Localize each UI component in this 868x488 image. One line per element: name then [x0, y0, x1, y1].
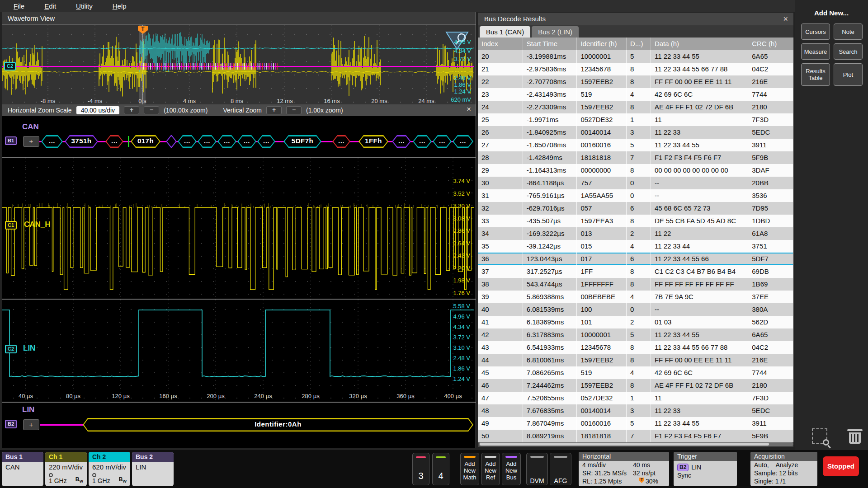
table-row-26[interactable]: 26-1.840925ms00140014311 22 335EDC — [478, 126, 793, 139]
bus1-frame-dotdotdot[interactable]: ... — [237, 135, 256, 148]
column-header[interactable]: Index — [478, 38, 523, 50]
bus1-frame-empty[interactable] — [166, 135, 177, 148]
table-row-49[interactable]: 497.867049ms00160016511 22 33 44 553911 — [478, 417, 793, 430]
table-row-38[interactable]: 38543.4744µs1FFFFFFF8FF FF FF FF FF FF F… — [478, 278, 793, 291]
table-row-33[interactable]: 33-435.507µs1597EEA38DE 55 CB FA 5D 45 A… — [478, 215, 793, 227]
bus1-frame-dotdotdot[interactable]: ... — [198, 135, 217, 148]
table-row-44[interactable]: 446.810061ms1597EEB28FF FF 00 00 EE EE 1… — [478, 354, 793, 366]
channel-card-bus-1[interactable]: Bus 1CAN — [2, 452, 43, 486]
results-table-button[interactable]: Results Table — [801, 63, 830, 86]
table-row-30[interactable]: 30-864.1188µs7570--20BB — [478, 177, 793, 189]
bus1-frame-dotdotdot[interactable]: ... — [257, 135, 275, 148]
channel-card-ch-2[interactable]: Ch 2620 mV/div1 GHzBW — [89, 452, 130, 486]
menu-item-file[interactable]: File — [14, 2, 24, 10]
menu-item-help[interactable]: Help — [113, 2, 127, 10]
table-row-21[interactable]: 21-2.975836ms12345678811 22 33 44 55 66 … — [478, 63, 793, 75]
results-close-icon[interactable]: × — [783, 13, 788, 25]
plot-button[interactable]: Plot — [834, 63, 863, 86]
waveform-overview[interactable]: T C2 4.96 V4.34 V3.72 V2.48 V1.86 V1.24 … — [2, 25, 476, 104]
table-row-27[interactable]: 27-1.650708ms00160016511 22 33 44 553911 — [478, 139, 793, 151]
scrollbar-thumb[interactable] — [480, 443, 769, 446]
table-row-20[interactable]: 20-3.199881ms10000001511 22 33 44 556A65 — [478, 50, 793, 63]
bus1-expand-button[interactable]: + — [23, 136, 39, 147]
can-zoom-plot[interactable]: 3.74 V3.52 V3.30 V3.08 V2.86 V2.64 V2.42… — [2, 158, 476, 299]
table-row-50[interactable]: 508.089219ms181818187F1 F2 F3 F4 F5 F6 F… — [478, 430, 793, 442]
table-row-46[interactable]: 467.244462ms1597EEB28AE 4F FF F1 02 72 D… — [478, 379, 793, 392]
bus1-frame-dotdotdot[interactable]: ... — [392, 135, 411, 148]
table-row-40[interactable]: 406.081539ms1000--380A — [478, 303, 793, 316]
bus1-frame-dotdotdot[interactable]: ... — [413, 135, 432, 148]
horizontal-settings-panel[interactable]: Horizontal 4 ms/div40 msSR: 31.25 MS/s32… — [579, 452, 669, 486]
column-header[interactable]: Identifier (h) — [577, 38, 627, 50]
table-row-47[interactable]: 477.520655ms0527DE321117F3D — [478, 392, 793, 404]
note-button[interactable]: Note — [834, 23, 863, 40]
menu-item-edit[interactable]: Edit — [44, 2, 56, 10]
table-row-23[interactable]: 23-2.431493ms519442 69 6C 6C7744 — [478, 88, 793, 101]
bus1-frame-3751h[interactable]: 3751h — [65, 135, 98, 148]
vzoom-minus-button[interactable]: − — [286, 106, 302, 114]
channel2-badge[interactable]: C2 — [5, 345, 17, 353]
column-header[interactable]: CRC (h) — [748, 38, 793, 50]
table-row-37[interactable]: 37317.2527µs1FF8C1 C2 C3 C4 B7 B6 B4 B46… — [478, 265, 793, 278]
zoom-select-icon[interactable] — [812, 428, 827, 444]
table-row-35[interactable]: 35-39.1242µs015411 22 33 443751 — [478, 240, 793, 253]
zoom-close-icon[interactable]: × — [467, 105, 471, 114]
bus1-badge[interactable]: B1 — [5, 136, 17, 145]
overview-channel-badge[interactable]: C2 — [4, 62, 16, 70]
table-row-25[interactable]: 25-1.9971ms0527DE321117F3D — [478, 113, 793, 126]
channel-card-bus-2[interactable]: Bus 2LIN — [132, 452, 174, 486]
table-row-31[interactable]: 31-765.9161µs1A55AA550--3536 — [478, 189, 793, 202]
trash-icon[interactable] — [848, 428, 862, 444]
table-row-45[interactable]: 457.086265ms519442 69 6C 6C7744 — [478, 366, 793, 379]
bus1-frame-017h[interactable]: 017h — [131, 135, 160, 148]
dvm-button[interactable]: DVM — [526, 453, 548, 485]
bus1-frame-dotdotdot[interactable]: ... — [217, 135, 236, 148]
trigger-settings-panel[interactable]: Trigger B2 LIN Sync — [674, 452, 737, 486]
tab-bus-1-can-[interactable]: Bus 1 (CAN) — [480, 26, 530, 38]
afg-button[interactable]: AFG — [550, 453, 571, 485]
add-new-bus-button[interactable]: AddNewBus — [502, 453, 521, 485]
acquisition-settings-panel[interactable]: Acquisition Auto, AnalyzeSample: 12 bits… — [750, 452, 817, 486]
channel-3-button[interactable]: 3 — [412, 453, 429, 485]
column-header[interactable]: Start Time — [523, 38, 577, 50]
bus1-frame-dotdotdot[interactable]: ... — [178, 135, 197, 148]
hzoom-plus-button[interactable]: + — [124, 106, 139, 114]
table-row-43[interactable]: 436.541933ms12345678811 22 33 44 55 66 7… — [478, 341, 793, 354]
bus2-badge[interactable]: B2 — [5, 420, 17, 428]
add-new-ref-button[interactable]: AddNewRef — [481, 453, 500, 485]
acquisition-status-badge[interactable]: Stopped — [823, 456, 859, 476]
lin-zoom-plot[interactable]: 5.58 V4.96 V4.34 V3.72 V3.10 V2.48 V1.86… — [2, 300, 476, 402]
table-row-29[interactable]: 29-1.164313ms00000000800 00 00 00 00 00 … — [478, 164, 793, 177]
channel1-badge[interactable]: C1 — [5, 221, 17, 230]
channel-4-button[interactable]: 4 — [432, 453, 449, 485]
bus1-frame-dotdotdot[interactable]: ... — [41, 135, 63, 148]
table-row-22[interactable]: 22-2.707708ms1597EEB28FF FF 00 00 EE EE … — [478, 75, 793, 88]
measure-button[interactable]: Measure — [801, 43, 830, 60]
channel-card-ch-1[interactable]: Ch 1220 mV/div1 GHzBW — [45, 452, 87, 486]
column-header[interactable]: D...) — [627, 38, 651, 50]
table-row-34[interactable]: 34-169.3222µs013211 2261A8 — [478, 227, 793, 240]
bus2-expand-button[interactable]: + — [23, 419, 39, 430]
tab-bus-2-lin-[interactable]: Bus 2 (LIN) — [532, 26, 579, 38]
table-row-24[interactable]: 24-2.273309ms1597EEB28AE 4F FF F1 02 72 … — [478, 101, 793, 113]
column-header[interactable]: Data (h) — [651, 38, 748, 50]
vzoom-plus-button[interactable]: + — [266, 106, 282, 114]
cursors-button[interactable]: Cursors — [801, 23, 830, 40]
table-row-39[interactable]: 395.869388ms00BEBEBE47B 7E 9A 9C37EE — [478, 291, 793, 303]
table-row-28[interactable]: 28-1.42849ms181818187F1 F2 F3 F4 F5 F6 F… — [478, 151, 793, 164]
table-row-42[interactable]: 426.317883ms10000001511 22 33 44 556A65 — [478, 328, 793, 341]
menu-item-utility[interactable]: Utility — [76, 2, 93, 10]
bus1-frame-dotdotdot[interactable]: ... — [453, 135, 473, 148]
table-row-41[interactable]: 416.183695ms101201 03562D — [478, 316, 793, 328]
search-button[interactable]: Search — [834, 43, 863, 60]
results-horizontal-scrollbar[interactable] — [479, 442, 793, 446]
lin-identifier-frame[interactable]: Identifier:0Ah — [83, 418, 473, 432]
table-row-36[interactable]: 36123.0443µs017611 22 33 44 55 665DF7 — [478, 253, 793, 265]
hzoom-minus-button[interactable]: − — [144, 106, 159, 114]
table-row-32[interactable]: 32-629.7016µs057645 68 6C 65 72 737D95 — [478, 202, 793, 215]
bus1-frame-1FFh[interactable]: 1FFh — [359, 135, 388, 148]
bus1-frame-dotdotdot[interactable]: ... — [105, 135, 123, 148]
table-row-48[interactable]: 487.676835ms00140014311 22 335EDC — [478, 404, 793, 417]
bus1-frame-dotdotdot[interactable]: ... — [433, 135, 452, 148]
add-new-math-button[interactable]: AddNewMath — [460, 453, 479, 485]
